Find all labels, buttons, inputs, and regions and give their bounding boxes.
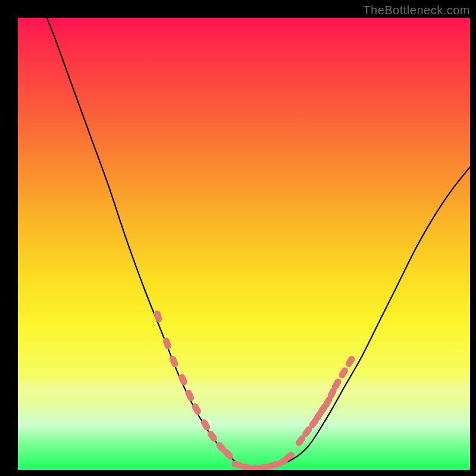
bottleneck-curve — [18, 18, 470, 469]
chart-stage: TheBottleneck.com — [0, 0, 476, 476]
highlight-dot — [162, 337, 172, 350]
highlight-right-dots — [295, 355, 356, 447]
plot-area — [18, 18, 470, 470]
watermark-text: TheBottleneck.com — [363, 4, 470, 17]
highlight-bottom-dots — [230, 450, 296, 470]
highlight-dot — [168, 355, 179, 368]
highlight-dot — [345, 355, 356, 368]
curve-layer — [18, 18, 470, 470]
highlight-dot — [337, 366, 349, 380]
highlight-left-dots — [153, 309, 234, 461]
